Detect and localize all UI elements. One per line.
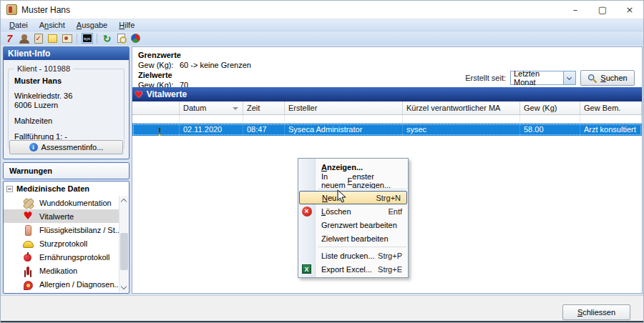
row-warning-cell [132,124,180,136]
chevron-down-icon[interactable] [563,71,575,84]
search-icon [587,74,597,83]
collapse-icon[interactable] [6,186,13,192]
cursor-icon [337,189,347,205]
row-ersteller: Syseca Administrator [285,124,403,136]
agenda-icon[interactable]: 7 [4,33,16,44]
tree-item-allergien[interactable]: Allergien / Diagnosen... [4,277,119,291]
zielwerte-title: Zielwerte [138,70,251,80]
medizinische-daten-panel: Medizinische Daten Wunddokumentation ♥ V… [3,181,130,294]
column-icon[interactable] [132,101,180,114]
limits-block: Grenzwerte Gew (Kg):60 -> keine Grenzen … [138,50,251,90]
scroll-thumb[interactable] [120,233,128,270]
combobox-value: Letzten Monat [511,69,563,86]
grenzwert-value: 60 -> keine Grenzen [180,61,251,69]
table-row[interactable]: 02.11.2020 08:47 Syseca Administrator sy… [132,124,642,136]
info-icon: i [29,143,38,151]
klient-name: Muster Hans [14,76,119,85]
row-zeit: 08:47 [243,124,285,136]
menu-datei[interactable]: Datei [4,20,34,30]
warning-icon [155,125,165,136]
column-gew-bem[interactable]: Gew Bem. [580,101,642,114]
menu-item-loeschen[interactable]: × Löschen Entf [298,204,408,218]
row-gew: 58.00 [520,124,580,136]
statistics-icon[interactable] [130,33,142,44]
toolbar: 7 sys ↻ [1,31,643,45]
menu-item-neu[interactable]: Neu... Strg+N [299,191,407,204]
pills-icon [22,265,34,277]
sort-down-icon [233,107,238,110]
scroll-up-icon[interactable] [121,199,127,204]
close-button[interactable]: × [616,1,643,19]
print-preview-icon[interactable] [115,33,127,44]
menu-item-export-excel[interactable]: X Export Excel... Strg+E [298,262,408,276]
helmet-icon [22,238,34,249]
client-icon[interactable] [18,33,30,44]
tree-item-fluessigkeitsbilanz[interactable]: Flüssigkeitsbilanz / St... [4,223,119,237]
tree-item-medikation[interactable]: Medikation [4,264,119,277]
table-empty-row [132,115,642,124]
klient-info-header: Klient-Info [4,47,129,60]
table-header-row: Datum Zeit Ersteller Kürzel verantwortli… [132,101,642,115]
footer-bar: Schliessen [1,295,643,321]
delete-icon: × [301,206,312,217]
tree-item-ernaehrungsprotokoll[interactable]: Ernährungsprotokoll [4,250,119,264]
toolbar-separator [97,34,97,44]
warnungen-panel[interactable]: Warnungen [3,162,130,179]
section-title: Vitalwerte [147,89,187,99]
shortcut-label: Entf [388,207,402,216]
filter-bar: Erstellt seit: Letzten Monat Suchen [465,70,635,86]
column-ersteller[interactable]: Ersteller [285,101,403,114]
suchen-button[interactable]: Suchen [580,70,635,86]
grenzwert-label: Gew (Kg): [138,60,180,70]
row-gew-bem: Arzt konsultiert [580,124,642,136]
row-datum: 02.11.2020 [180,124,243,136]
heart-icon: ♥ [135,90,143,99]
menu-item-neues-fenster[interactable]: In neuem Fenster anzeigen... [298,174,408,187]
flower-icon [22,279,34,290]
shortcut-label: Strg+E [378,265,402,274]
sys-module-icon[interactable]: sys [81,33,93,44]
shortcut-label: Strg+P [378,252,402,260]
tree-item-sturzprotokoll[interactable]: Sturzprotokoll [4,237,119,250]
app-window: Muster Hans – ▢ × Datei Ansicht Ausgabe … [0,0,644,323]
tree-scrollbar[interactable] [119,196,128,292]
column-datum[interactable]: Datum [180,101,243,114]
heart-icon: ♥ [22,211,34,222]
klient-group-label: Klient - 101988 [14,64,73,73]
warnungen-header: Warnungen [4,163,129,179]
minimize-button[interactable]: – [562,1,589,19]
tree-item-vitalwerte[interactable]: ♥ Vitalwerte [4,209,119,223]
excel-icon: X [301,264,312,274]
menu-ausgabe[interactable]: Ausgabe [71,20,113,30]
menu-hilfe[interactable]: Hilfe [113,20,140,30]
note-icon[interactable] [47,33,59,44]
refresh-icon[interactable]: ↻ [101,33,113,44]
bandage-icon [22,197,34,209]
mahlzeiten-label: Mahlzeiten [14,116,119,126]
window-title: Muster Hans [21,5,70,15]
medizinische-daten-node[interactable]: Medizinische Daten [4,182,129,196]
tree-item-wunddokumentation[interactable]: Wunddokumentation [4,196,119,209]
vitalwerte-section-header: ♥ Vitalwerte [132,87,642,101]
menu-ansicht[interactable]: Ansicht [34,20,71,30]
erstellt-seit-combobox[interactable]: Letzten Monat [510,71,576,85]
menu-separator [318,247,406,247]
assessmentinfo-button[interactable]: i Assessmentinfo... [9,140,123,154]
schliessen-button[interactable]: Schliessen [562,304,630,320]
apple-icon [22,252,34,263]
app-icon [6,4,17,15]
menu-item-liste-drucken[interactable]: Liste drucken... Strg+P [298,249,408,262]
tasks-icon[interactable] [32,33,44,44]
menu-item-zielwert[interactable]: Zielwert bearbeiten [298,232,408,245]
scroll-down-icon[interactable] [121,284,127,289]
contact-icon[interactable] [61,33,73,44]
grenzwerte-title: Grenzwerte [138,50,251,60]
column-kuerzel[interactable]: Kürzel verantwortlicher MA [403,101,520,114]
menu-separator [318,189,406,189]
maximize-button[interactable]: ▢ [589,1,616,19]
menu-item-grenzwert[interactable]: Grenzwert bearbeiten [298,218,408,232]
column-gew[interactable]: Gew (Kg) [520,101,580,114]
context-menu: Anzeigen... In neuem Fenster anzeigen...… [298,158,409,278]
klient-groupbox: Klient - 101988 Muster Hans Winkelriedst… [8,69,125,149]
column-zeit[interactable]: Zeit [243,101,285,114]
